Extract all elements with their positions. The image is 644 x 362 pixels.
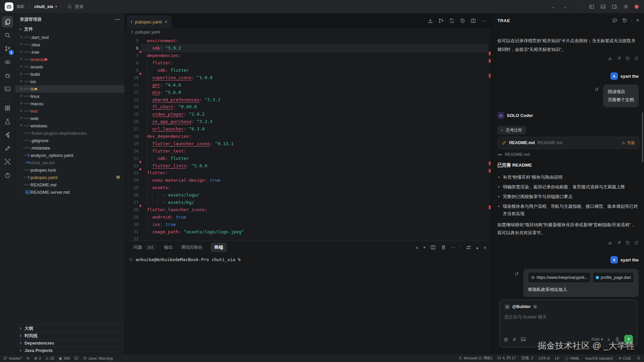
regenerate-button[interactable] [634,241,639,245]
activity-source-control[interactable]: 1 [2,43,13,54]
thinking-process-toggle[interactable]: 思考过程 [497,126,526,134]
code-line[interactable]: 13 shared_preferences: ^2.3.2 [125,96,491,103]
file-tree-row[interactable]: ! M↓ </> android [15,56,124,63]
file-tree-row[interactable]: ! M↓ </> assets [15,63,124,70]
sync-button[interactable] [449,18,454,23]
code-editor[interactable]: 5 environment: 6 sdk: ^3.9.2 7 dependenc… [125,36,491,241]
hints-indicator[interactable]: ◉ 168 [59,356,70,361]
app-logo[interactable] [5,2,13,11]
java-status[interactable]: Java: Warning [83,356,113,360]
code-line[interactable]: 31 image_path: "assets/logo/logo.jpeg" [125,228,491,235]
thumbs-up-button[interactable] [608,241,612,245]
more-actions-icon[interactable]: ⋯ [115,17,120,22]
code-line[interactable]: 18 dev_dependencies: [125,133,491,140]
activity-test[interactable] [2,116,13,127]
code-line[interactable]: 7 dependencies: [125,52,491,59]
code-line[interactable]: 22 flutter_lints: ^5.0.0 [125,162,491,169]
sync-changes-button[interactable]: ↻ [26,356,30,361]
kill-terminal-button[interactable] [441,245,446,250]
split-terminal-button[interactable] [430,245,436,250]
thumbs-down-button[interactable] [617,241,621,245]
chat-input-placeholder[interactable]: 您正在与 Builder 聊天 [504,314,632,320]
code-line[interactable]: 25 assets: [125,184,491,191]
code-line[interactable]: 32 [125,235,491,241]
code-line[interactable]: 20 flutter_test: [125,147,491,155]
code-line[interactable]: 28 flutter_launcher_icons: [125,206,491,213]
tab-pubspec-yaml[interactable]: ! pubspec.yaml × [127,15,171,28]
cursor-position[interactable]: 行 4, 列 17 [497,356,516,361]
os-indicator[interactable]: macOS (darwin) [585,356,613,360]
git-branch-indicator[interactable]: master* [3,356,22,360]
panel-tab[interactable]: 调试控制台 [181,244,203,250]
more-actions-icon[interactable]: ⋯ [481,18,486,23]
activity-watch[interactable] [2,56,13,68]
code-line[interactable]: 9 sdk: flutter [125,67,491,74]
notifications-bell[interactable] [637,356,641,360]
code-line[interactable]: 10 cupertino_icons: ^1.0.8 [125,74,491,81]
activity-remote-console[interactable] [2,83,13,95]
forward-button[interactable]: → [562,4,567,9]
file-edit-card[interactable]: README.md README.md ⚠ 失败 [497,137,639,149]
activity-debug[interactable] [2,70,13,81]
file-tree-row[interactable]: ! M↓ </> .flutter-plugins-dependencies [15,129,124,137]
overview-ruler[interactable] [488,36,491,241]
builder-mode-label[interactable]: @Builder [512,304,531,309]
file-tree-row[interactable]: ! M↓ </> web [15,115,124,122]
code-line[interactable]: 19 flutter_launcher_icons: ^0.13.1 [125,140,491,147]
files-section-header[interactable]: 文件 [15,25,124,33]
more-actions-icon[interactable]: ⋯ [451,245,455,250]
file-tree-row[interactable]: ! M↓ </> macos [15,100,124,107]
file-tree-row[interactable]: ! M↓ </> .metadata [15,144,124,152]
file-tree-row[interactable]: ! M↓ </> .trae [15,48,124,56]
dependency-graph-button[interactable] [438,18,444,23]
activity-search-code[interactable] [2,156,13,167]
attach-image-button[interactable] [521,337,526,342]
activity-power[interactable] [2,169,13,181]
chat-input-box[interactable]: @Builder ⌘ 您正在与 Builder 聊天 @ # Auto ▾ + [499,300,637,347]
activity-extensions[interactable] [2,102,13,114]
history-button[interactable] [460,18,465,23]
code-line[interactable]: 5 environment: [125,37,491,45]
code-line[interactable]: 26 - assets/logo/ [125,191,491,199]
copy-button[interactable] [626,241,630,245]
filter-settings-button[interactable] [466,245,471,250]
file-tree-row[interactable]: ! M↓ </> chuti_xia.iml [15,159,124,166]
file-tree-row[interactable]: ! M↓ </> pubspec.yaml M [15,174,124,181]
send-button[interactable] [624,335,633,344]
indentation-setting[interactable]: 空格: 2 [521,356,533,361]
code-line[interactable]: 24 uses-material-design: true [125,177,491,184]
close-panel-icon[interactable]: × [483,245,486,250]
panel-tab[interactable]: 输出 [164,244,173,250]
warnings-indicator[interactable]: ⚠ 32 [45,356,54,361]
download-button[interactable] [428,18,433,23]
file-tree-row[interactable]: ! M↓ </> linux [15,93,124,100]
hash-button[interactable]: # [513,337,516,342]
errors-indicator[interactable]: ⊗ 3 [34,356,41,361]
settings-gear-button[interactable] [623,4,629,9]
activity-explorer[interactable] [2,16,13,27]
thumbs-up-button[interactable] [608,56,612,61]
close-panel-icon[interactable]: × [636,17,639,23]
regenerate-button[interactable] [634,56,639,61]
scrollbar-thumb[interactable] [642,112,643,163]
file-tree-row[interactable]: ! M↓ </> windows [15,122,124,129]
code-line[interactable]: 17 url_launcher: ^6.3.0 [125,125,491,133]
activity-search[interactable] [2,29,13,41]
file-tree-row[interactable]: ! M↓ </> pubspec.lock [15,166,124,174]
file-tree-row[interactable]: ! M↓ </> analysis_options.yaml [15,152,124,159]
file-chip[interactable]: profile_page.dart [593,272,634,283]
panel-tab[interactable]: 终端 [211,243,227,252]
chat-history-button[interactable] [622,18,627,23]
code-line[interactable]: 23 flutter: [125,169,491,177]
code-line[interactable]: 8 flutter: [125,59,491,67]
code-line[interactable]: 30 ios: true [125,221,491,228]
file-reference-row[interactable]: README.md [497,152,530,157]
code-line[interactable]: 15 video_player: ^2.8.2 [125,111,491,118]
thumbs-down-button[interactable] [617,56,621,61]
activity-edit[interactable] [2,142,13,154]
eol-setting[interactable]: LF [555,356,559,360]
code-line[interactable]: 21 sdk: flutter [125,155,491,162]
add-context-button[interactable]: + [607,337,610,342]
notification-dot[interactable] [635,5,639,9]
rollback-icon[interactable]: ↺ [594,86,599,93]
